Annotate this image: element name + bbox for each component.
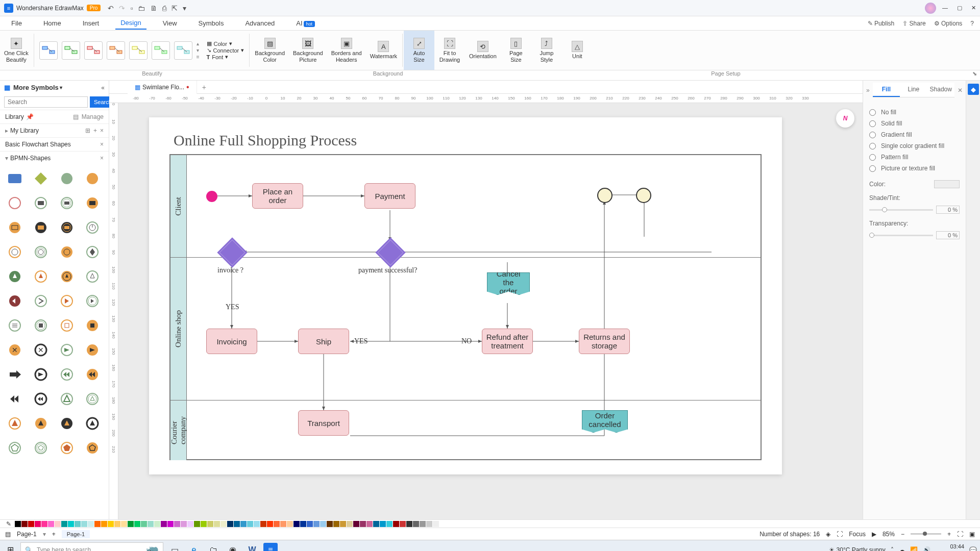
palette-swatch[interactable] <box>293 521 300 527</box>
help-icon[interactable]: ? <box>970 20 974 27</box>
tray-volume-icon[interactable]: 🔊 <box>923 546 930 552</box>
intermediate-event-1[interactable] <box>597 188 612 203</box>
shape-signal-orange[interactable] <box>57 291 77 311</box>
shape-message-event[interactable] <box>31 193 51 213</box>
shape-rewind-green[interactable] <box>57 365 77 384</box>
shape-conditional[interactable] <box>57 242 77 262</box>
chrome-icon[interactable]: ◉ <box>225 542 241 552</box>
palette-swatch[interactable] <box>420 521 426 527</box>
theme-more[interactable]: ≡ <box>197 54 200 60</box>
shape-link[interactable] <box>83 242 102 262</box>
shape-triangle-up-green[interactable] <box>57 389 77 409</box>
symbol-search-input[interactable] <box>4 96 88 108</box>
transparency-slider[interactable] <box>869 235 933 236</box>
menu-view[interactable]: View <box>158 17 182 29</box>
shape-triangle-black2[interactable] <box>83 414 102 433</box>
lane-client[interactable]: Client <box>170 155 187 257</box>
add-page-icon[interactable]: + <box>52 531 56 538</box>
shape-signal-dbl[interactable] <box>83 291 102 311</box>
theme-preset-1[interactable] <box>39 41 58 60</box>
palette-swatch[interactable] <box>280 521 286 527</box>
open-icon[interactable]: 🗀 <box>138 4 145 12</box>
color-dropdown[interactable]: ▦ Color ▾ <box>207 40 232 47</box>
palette-swatch[interactable] <box>48 521 54 527</box>
shape-timer2[interactable] <box>5 242 24 262</box>
publish-action[interactable]: ✎ Publish <box>868 20 895 27</box>
shape-message-intermediate[interactable] <box>57 193 77 213</box>
shape-timer-dbl[interactable] <box>57 218 77 237</box>
watermark[interactable]: AWatermark <box>366 31 401 70</box>
background-color[interactable]: ▨Background Color <box>251 31 289 70</box>
palette-swatch[interactable] <box>207 521 213 527</box>
palette-swatch[interactable] <box>267 521 273 527</box>
palette-swatch[interactable] <box>406 521 412 527</box>
node-ship[interactable]: Ship <box>298 329 349 354</box>
tray-wifi-icon[interactable]: 📶 <box>910 546 918 552</box>
pagesetup-launcher-icon[interactable]: ⬊ <box>972 70 977 77</box>
theme-preset-5[interactable] <box>129 41 148 60</box>
palette-swatch[interactable] <box>347 521 353 527</box>
connector-dropdown[interactable]: ↘ Connector ▾ <box>207 47 244 54</box>
font-dropdown[interactable]: T Font ▾ <box>207 54 229 60</box>
palette-swatch[interactable] <box>187 521 193 527</box>
palette-swatch[interactable] <box>181 521 187 527</box>
shape-link-orange[interactable] <box>83 340 102 360</box>
start-button[interactable]: ⊞ <box>3 543 17 552</box>
theme-preset-7[interactable] <box>174 41 192 60</box>
menu-insert[interactable]: Insert <box>78 17 105 29</box>
close-section-icon[interactable]: × <box>100 155 104 162</box>
shape-escalation-orange[interactable] <box>31 267 51 286</box>
edrawmax-taskbar-icon[interactable]: ≡ <box>263 543 278 552</box>
shape-end-event[interactable] <box>83 169 102 188</box>
radio-no-fill[interactable] <box>869 109 876 116</box>
shape-arrow-right[interactable] <box>5 365 24 384</box>
palette-swatch[interactable] <box>194 521 200 527</box>
ai-assistant-icon[interactable]: N <box>836 109 854 128</box>
add-tab-button[interactable]: + <box>197 81 211 93</box>
palette-swatch[interactable] <box>21 521 28 527</box>
palette-swatch[interactable] <box>227 521 233 527</box>
shape-escalation-end[interactable] <box>83 267 102 286</box>
share-action[interactable]: ⇪ Share <box>902 20 925 27</box>
shape-triangle-black[interactable] <box>57 414 77 433</box>
palette-swatch[interactable] <box>154 521 160 527</box>
export-icon[interactable]: ⇱ <box>172 4 178 12</box>
fit-page-icon[interactable]: ⛶ <box>957 531 963 538</box>
palette-swatch[interactable] <box>307 521 313 527</box>
task-view-icon[interactable]: ▭ <box>166 542 183 552</box>
palette-swatch[interactable] <box>274 521 280 527</box>
shape-rewind-black[interactable] <box>5 389 24 409</box>
theme-scroll-down[interactable]: ▾ <box>197 47 200 53</box>
qat-more-icon[interactable]: ▾ <box>183 4 186 12</box>
shape-escalation-green[interactable] <box>5 267 24 286</box>
options-action[interactable]: ⚙ Options <box>934 20 963 27</box>
close-panel-icon[interactable]: ✕ <box>958 87 963 94</box>
palette-swatch[interactable] <box>167 521 174 527</box>
node-returns[interactable]: Returns and storage <box>579 329 630 354</box>
tray-cloud-icon[interactable]: ☁ <box>899 546 905 552</box>
palette-swatch[interactable] <box>134 521 140 527</box>
basic-flowchart-section[interactable]: Basic Flowchart Shapes <box>5 141 71 148</box>
view-icon[interactable]: ▤ <box>73 113 79 120</box>
fullscreen-icon[interactable]: ▣ <box>969 531 975 538</box>
focus-icon[interactable]: ⛶ <box>837 531 843 538</box>
palette-swatch[interactable] <box>94 521 101 527</box>
shape-arrow-circle[interactable] <box>31 365 51 384</box>
taskbar-search[interactable]: 🔍 Type here to search 🦏 <box>20 542 163 552</box>
page-size[interactable]: ▯Page Size <box>501 31 531 70</box>
palette-swatch[interactable] <box>141 521 147 527</box>
orientation[interactable]: ⟲Orientation <box>465 31 501 70</box>
node-payment[interactable]: Payment <box>364 183 415 209</box>
node-refund[interactable]: Refund after treatment <box>482 329 533 354</box>
shade-value[interactable]: 0 % <box>936 206 960 214</box>
more-symbols-title[interactable]: More Symbols <box>13 84 59 91</box>
menu-home[interactable]: Home <box>38 17 66 29</box>
palette-swatch[interactable] <box>121 521 127 527</box>
shape-timer-black[interactable] <box>31 218 51 237</box>
palette-swatch[interactable] <box>81 521 87 527</box>
one-click-beautify[interactable]: ✦ One Click Beautify <box>0 31 33 70</box>
palette-swatch[interactable] <box>353 521 359 527</box>
new-icon[interactable]: ▫ <box>130 4 133 12</box>
palette-swatch[interactable] <box>234 521 240 527</box>
start-event[interactable] <box>206 191 217 202</box>
